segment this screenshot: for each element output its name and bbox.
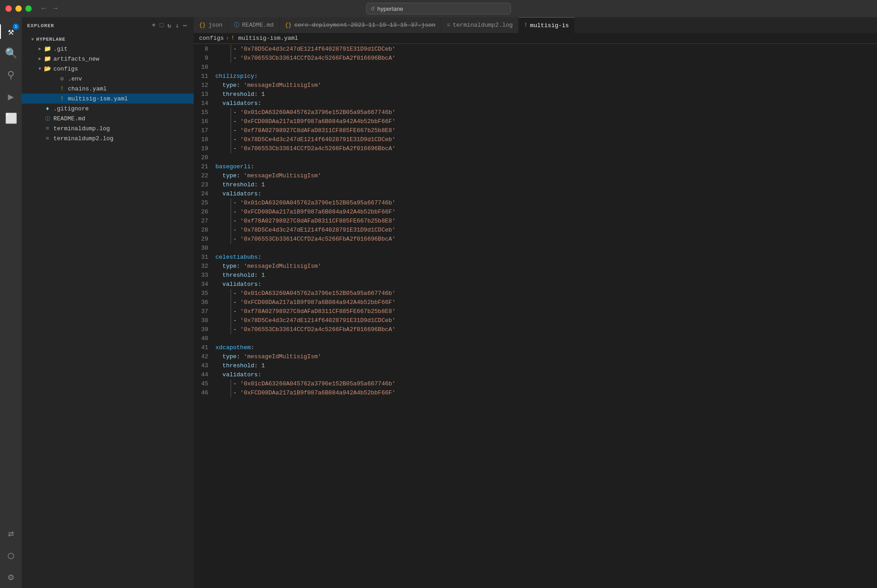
- tree-root[interactable]: ▼ HYPERLANE: [22, 35, 194, 44]
- search-icon: 🔍: [5, 47, 17, 60]
- back-arrow[interactable]: ←: [39, 4, 49, 14]
- code-line-41: xdcapothem:: [215, 343, 877, 352]
- configs-label: configs: [53, 66, 78, 72]
- readme-icon: ⓘ: [43, 114, 52, 123]
- tab-core-deployment[interactable]: {} core-deployment-2023-11-19-13-15-37.j…: [280, 17, 441, 33]
- ln-10: 10: [197, 63, 212, 72]
- code-line-33: threshold: 1: [215, 271, 877, 280]
- multisig-label: multisig-ism.yaml: [68, 95, 128, 102]
- tab-readme[interactable]: ⓘ README.md: [229, 17, 280, 33]
- search-input[interactable]: [377, 5, 506, 12]
- ln-39: 39: [197, 325, 212, 334]
- terminaldump2-label: terminaldump2.log: [53, 135, 114, 142]
- ln-42: 42: [197, 352, 212, 361]
- ln-9: 9: [197, 54, 212, 63]
- code-line-16: - '0xFCD08DAa217a1B9f087a6B084a942A4b52b…: [215, 117, 877, 126]
- ln-31: 31: [197, 253, 212, 262]
- ln-41: 41: [197, 343, 212, 352]
- remote-icon: ⇄: [8, 528, 14, 540]
- activity-item-source-control[interactable]: ⚲: [0, 64, 22, 86]
- sidebar: EXPLORER + □ ↻ ⇓ ⋯ ▼ HYPERLANE ► 📁 .git: [22, 17, 194, 588]
- tab-json-icon: {}: [199, 22, 205, 28]
- forward-arrow[interactable]: →: [51, 4, 61, 14]
- sidebar-item-terminaldump[interactable]: ≡ terminaldump.log: [22, 123, 194, 133]
- activity-item-account[interactable]: ◯: [0, 545, 22, 566]
- ln-32: 32: [197, 262, 212, 271]
- activity-item-search[interactable]: 🔍: [0, 43, 22, 64]
- badge: 1: [13, 24, 19, 30]
- terminaldump-icon: ≡: [43, 124, 52, 133]
- sidebar-header: EXPLORER + □ ↻ ⇓ ⋯: [22, 17, 194, 34]
- sidebar-item-artifacts-new[interactable]: ► 📁 artifacts_new: [22, 54, 194, 64]
- traffic-lights: [5, 5, 32, 12]
- code-line-14: validators:: [215, 99, 877, 108]
- sidebar-item-env[interactable]: ⚙ .env: [22, 74, 194, 84]
- terminaldump-arrow: [36, 125, 43, 132]
- ln-16: 16: [197, 117, 212, 126]
- sidebar-item-readme[interactable]: ⓘ README.md: [22, 114, 194, 123]
- code-line-34: validators:: [215, 280, 877, 289]
- chains-label: chains.yaml: [68, 85, 107, 92]
- activity-item-explorer[interactable]: ⚒ 1: [0, 21, 22, 43]
- ln-34: 34: [197, 280, 212, 289]
- code-line-38: - '0x78D5Ce4d3c247dE1214f64028791E31D9d1…: [215, 316, 877, 325]
- more-actions-icon[interactable]: ⋯: [182, 21, 188, 30]
- main-layout: ⚒ 1 🔍 ⚲ ▶ ⬜ ⇄ ◯ ⚙ EXPLORER + □: [0, 17, 877, 588]
- ln-30: 30: [197, 244, 212, 253]
- code-line-27: - '0xf78A02798927C8dAFaD8311CF885FE667b2…: [215, 217, 877, 226]
- maximize-button[interactable]: [25, 5, 32, 12]
- gitignore-icon: ♦: [43, 104, 52, 113]
- chains-arrow: [51, 85, 58, 92]
- artifacts-label: artifacts_new: [53, 56, 99, 62]
- sidebar-item-chains[interactable]: ! chains.yaml: [22, 84, 194, 94]
- sidebar-item-multisig[interactable]: ! multisig-ism.yaml: [22, 94, 194, 104]
- activity-item-settings[interactable]: ⚙: [0, 566, 22, 588]
- configs-folder-icon: 📂: [43, 65, 52, 73]
- new-folder-icon[interactable]: □: [159, 21, 165, 30]
- ln-17: 17: [197, 126, 212, 135]
- code-lines[interactable]: - '0x78D5Ce4d3c247dE1214f64028791E31D9d1…: [215, 44, 877, 588]
- code-line-8: - '0x78D5Ce4d3c247dE1214f64028791E31D9d1…: [215, 45, 877, 54]
- sidebar-item-gitignore[interactable]: ♦ .gitignore: [22, 104, 194, 114]
- code-line-12: type: 'messageIdMultisigIsm': [215, 81, 877, 90]
- tab-terminaldump2-label: terminaldump2.log: [453, 22, 513, 28]
- multisig-arrow: [51, 95, 58, 102]
- settings-icon: ⚙: [8, 571, 14, 583]
- ln-14: 14: [197, 99, 212, 108]
- tab-readme-icon: ⓘ: [234, 21, 239, 29]
- collapse-icon[interactable]: ⇓: [174, 21, 180, 30]
- extensions-icon: ⬜: [5, 113, 17, 125]
- search-bar[interactable]: ☌: [366, 3, 511, 14]
- minimize-button[interactable]: [15, 5, 22, 12]
- close-button[interactable]: [5, 5, 12, 12]
- terminaldump2-icon: ≡: [43, 134, 52, 142]
- ln-23: 23: [197, 180, 212, 190]
- sidebar-header-actions: + □ ↻ ⇓ ⋯: [151, 21, 188, 30]
- refresh-icon[interactable]: ↻: [167, 21, 172, 30]
- ln-25: 25: [197, 199, 212, 208]
- ln-18: 18: [197, 135, 212, 144]
- ln-19: 19: [197, 144, 212, 153]
- tab-readme-label: README.md: [242, 22, 274, 28]
- new-file-icon[interactable]: +: [151, 21, 157, 30]
- code-line-40: [215, 334, 877, 343]
- code-line-19: - '0x706553Cb33614CCfD2a4c5266FbA2f01669…: [215, 144, 877, 153]
- tab-multisig[interactable]: ! multisig-is: [519, 17, 575, 33]
- ln-35: 35: [197, 289, 212, 298]
- run-icon: ▶: [8, 91, 14, 103]
- tab-json[interactable]: {} json: [194, 17, 229, 33]
- editor-content: 8 9 10 11 12 13 14 15 16 17 18 19 20 21 …: [194, 44, 877, 588]
- activity-item-run[interactable]: ▶: [0, 86, 22, 108]
- explorer-title: EXPLORER: [27, 23, 54, 28]
- sidebar-item-configs[interactable]: ▼ 📂 configs: [22, 64, 194, 74]
- activity-item-remote[interactable]: ⇄: [0, 523, 22, 545]
- tab-multisig-icon: !: [524, 22, 527, 28]
- sidebar-item-terminaldump2[interactable]: ≡ terminaldump2.log: [22, 133, 194, 143]
- sidebar-item-git[interactable]: ► 📁 .git: [22, 44, 194, 54]
- activity-item-extensions[interactable]: ⬜: [0, 108, 22, 129]
- code-line-29: - '0x706553Cb33614CCfD2a4c5266FbA2f01669…: [215, 235, 877, 244]
- tab-terminaldump2[interactable]: ≡ terminaldump2.log: [441, 17, 519, 33]
- breadcrumb-configs[interactable]: configs: [199, 35, 224, 42]
- breadcrumb-file[interactable]: multisig-ism.yaml: [238, 35, 298, 42]
- titlebar: ← → ☌: [0, 0, 877, 17]
